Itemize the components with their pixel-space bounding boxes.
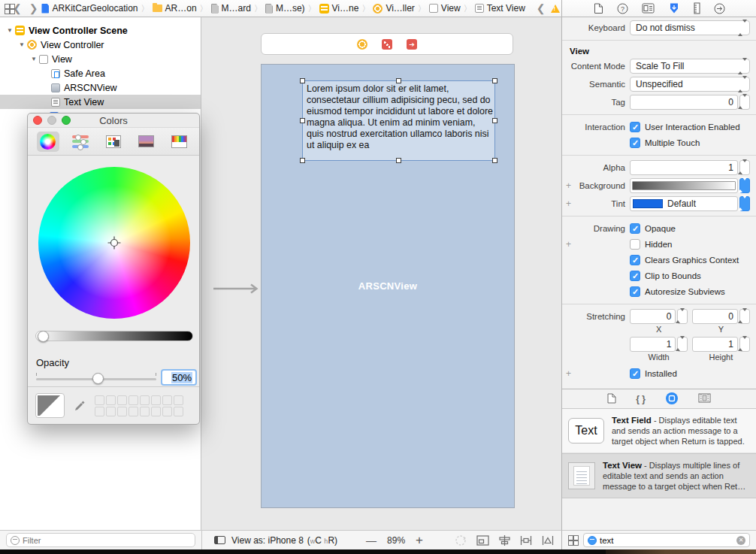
- image-palettes-tab[interactable]: [135, 132, 158, 152]
- file-inspector-icon[interactable]: [594, 3, 603, 14]
- clip-to-bounds-checkbox[interactable]: [630, 271, 640, 281]
- breadcrumb-folder[interactable]: AR…on: [153, 3, 197, 14]
- current-color-well[interactable]: [35, 393, 65, 418]
- resize-handle-nw[interactable]: [300, 78, 305, 83]
- exit-dock-icon[interactable]: ➔: [407, 39, 417, 50]
- filter-field[interactable]: [6, 533, 195, 547]
- opacity-value-field[interactable]: 50%: [161, 369, 197, 386]
- objects-library-icon[interactable]: [665, 392, 679, 407]
- view-controller-dock-icon[interactable]: [357, 39, 367, 50]
- installed-checkbox[interactable]: [630, 368, 640, 379]
- resize-handle-n[interactable]: [396, 78, 401, 83]
- brightness-slider-knob[interactable]: [38, 331, 49, 342]
- file-templates-library-icon[interactable]: [607, 393, 616, 405]
- pin-constraints-icon[interactable]: [520, 535, 532, 546]
- stretching-y-stepper[interactable]: [739, 309, 750, 324]
- add-variation-button[interactable]: +: [566, 368, 573, 379]
- color-sliders-tab[interactable]: [70, 132, 92, 152]
- tag-stepper[interactable]: [739, 95, 750, 110]
- alpha-field[interactable]: 1: [630, 160, 738, 175]
- tint-color-well[interactable]: Default: [630, 196, 738, 211]
- resize-handle-s[interactable]: [396, 158, 401, 163]
- library-search-input[interactable]: [600, 536, 733, 545]
- stretching-width-stepper[interactable]: [677, 337, 688, 352]
- attributes-inspector-icon[interactable]: [668, 2, 680, 14]
- resize-handle-ne[interactable]: [492, 78, 497, 83]
- code-snippets-library-icon[interactable]: { }: [636, 394, 646, 404]
- prev-issue-button[interactable]: ❮: [533, 2, 549, 14]
- breadcrumb-scene[interactable]: Vi…ne: [319, 3, 359, 14]
- outline-row-view-controller[interactable]: ▼ View Controller: [0, 38, 201, 52]
- opaque-checkbox[interactable]: [630, 223, 640, 234]
- user-interaction-checkbox[interactable]: [630, 122, 640, 132]
- stretching-y-field[interactable]: 0: [692, 309, 738, 324]
- selected-text-view[interactable]: Lorem ipsum dolor sit er elit lamet, con…: [302, 80, 495, 161]
- semantic-popup[interactable]: Unspecified: [630, 77, 750, 92]
- library-grid-icon[interactable]: [568, 535, 578, 545]
- resolve-issues-icon[interactable]: [542, 535, 554, 546]
- filter-input[interactable]: [23, 536, 191, 545]
- back-button[interactable]: ❮: [9, 2, 26, 14]
- tag-field[interactable]: 0: [630, 95, 738, 110]
- quick-help-inspector-icon[interactable]: ?: [617, 3, 628, 14]
- clears-graphics-checkbox[interactable]: [630, 255, 640, 265]
- stretching-x-stepper[interactable]: [677, 309, 688, 324]
- breadcrumb-view-controller[interactable]: Vi…ller: [373, 3, 414, 14]
- breadcrumb-text-view[interactable]: Text View: [475, 3, 525, 14]
- outline-row-safe-area[interactable]: Safe Area: [0, 66, 201, 80]
- breadcrumb-view[interactable]: View: [429, 3, 461, 14]
- outline-row-arscnview[interactable]: ARSCNView: [0, 80, 201, 95]
- library-item-text-field[interactable]: Text Text Field - Displays editable text…: [562, 409, 756, 453]
- add-variation-button[interactable]: +: [566, 239, 573, 250]
- first-responder-dock-icon[interactable]: [382, 39, 392, 50]
- align-icon[interactable]: [499, 535, 510, 546]
- swatch-grid[interactable]: [95, 395, 183, 416]
- autoresize-checkbox[interactable]: [630, 286, 640, 297]
- disclosure-triangle[interactable]: ▼: [29, 56, 39, 62]
- identity-inspector-icon[interactable]: [642, 3, 655, 14]
- add-variation-button[interactable]: +: [566, 198, 573, 209]
- color-wheel[interactable]: [38, 167, 190, 319]
- resize-handle-w[interactable]: [300, 118, 305, 123]
- color-palettes-tab[interactable]: [102, 132, 125, 152]
- hidden-checkbox[interactable]: [630, 239, 640, 250]
- background-color-well[interactable]: [630, 178, 738, 193]
- clear-search-icon[interactable]: ✕: [736, 536, 745, 545]
- view-controller-view[interactable]: Lorem ipsum dolor sit er elit lamet, con…: [261, 64, 515, 508]
- stretching-width-field[interactable]: 1: [630, 337, 676, 352]
- stretching-height-stepper[interactable]: [739, 337, 750, 352]
- stretching-height-field[interactable]: 1: [692, 337, 738, 352]
- color-wheel-crosshair[interactable]: [107, 236, 121, 250]
- pencils-tab[interactable]: [168, 132, 190, 152]
- outline-row-text-view[interactable]: Text View: [0, 95, 201, 109]
- colors-panel[interactable]: Colors Opacity 50%: [27, 113, 200, 425]
- warning-icon[interactable]: [551, 5, 560, 13]
- resize-handle-e[interactable]: [492, 118, 497, 123]
- media-library-icon[interactable]: [698, 393, 711, 404]
- color-wheel-tab[interactable]: [37, 132, 59, 152]
- background-popup-stepper[interactable]: [739, 178, 750, 193]
- breadcrumb-storyboard-base[interactable]: M…se): [265, 3, 305, 14]
- multiple-touch-checkbox[interactable]: [630, 138, 640, 148]
- disclosure-triangle[interactable]: ▼: [17, 41, 27, 48]
- add-variation-button[interactable]: +: [566, 180, 573, 191]
- outline-row-view[interactable]: ▼ View: [0, 52, 201, 66]
- view-as-button[interactable]: View as: iPhone 8: [231, 535, 304, 546]
- keyboard-popup[interactable]: Do not dismiss: [630, 20, 750, 35]
- resize-handle-se[interactable]: [492, 158, 497, 163]
- tint-popup-stepper[interactable]: [739, 196, 750, 211]
- connections-inspector-icon[interactable]: [714, 3, 725, 14]
- zoom-level[interactable]: 89%: [387, 535, 405, 546]
- colors-panel-titlebar[interactable]: Colors: [28, 114, 199, 128]
- brightness-slider[interactable]: [35, 331, 193, 341]
- eyedropper-icon[interactable]: [74, 400, 86, 412]
- forward-button[interactable]: ❯: [26, 2, 42, 14]
- zoom-out-button[interactable]: —: [355, 534, 387, 546]
- alpha-stepper[interactable]: [739, 160, 750, 175]
- resize-handle-sw[interactable]: [300, 158, 305, 163]
- disclosure-triangle[interactable]: ▼: [5, 27, 15, 34]
- opacity-slider-knob[interactable]: [92, 373, 104, 384]
- outline-row-scene[interactable]: ▼ View Controller Scene: [0, 23, 201, 38]
- breadcrumb-storyboard[interactable]: M…ard: [211, 3, 251, 14]
- opacity-slider[interactable]: [36, 378, 156, 380]
